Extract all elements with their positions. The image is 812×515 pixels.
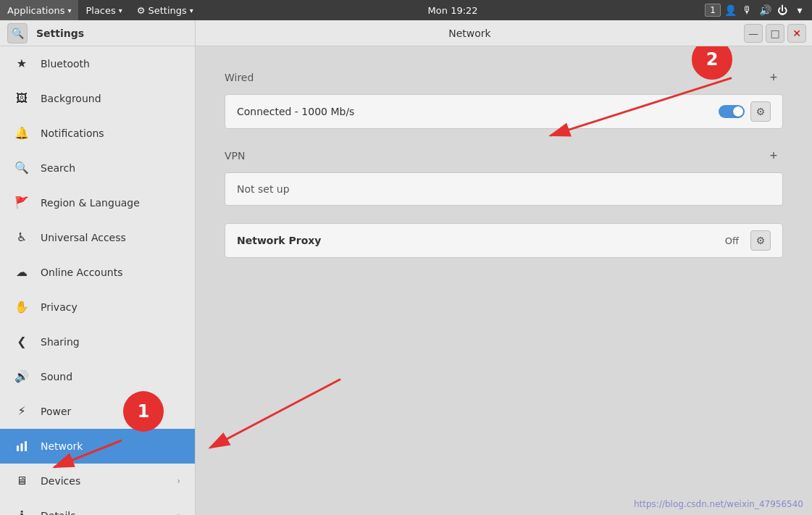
sidebar-item-search[interactable]: 🔍 Search	[0, 151, 195, 185]
workspace-badge[interactable]: 1	[705, 4, 721, 17]
sidebar-label-network: Network	[41, 440, 180, 452]
sidebar-label-background: Background	[41, 93, 180, 104]
vpn-add-button[interactable]: +	[764, 146, 783, 165]
wired-toggle-track[interactable]	[719, 105, 745, 118]
wired-card: Connected - 1000 Mb/s ⚙	[225, 94, 783, 129]
proxy-card: Network Proxy Off ⚙	[225, 223, 783, 258]
places-arrow: ▾	[119, 7, 122, 14]
svg-rect-2	[25, 441, 27, 451]
universal-access-icon: ♿	[14, 230, 29, 244]
settings-label: Settings	[148, 5, 186, 16]
search-nav-icon: 🔍	[14, 161, 29, 175]
flag-icon: 🚩	[14, 196, 29, 209]
vpn-status-card: Not set up	[225, 172, 783, 206]
window-controls: — □ ✕	[744, 24, 812, 43]
sidebar-label-universal-access: Universal Access	[41, 232, 180, 243]
settings-arrow: ▾	[190, 7, 193, 14]
sidebar-item-notifications[interactable]: 🔔 Notifications	[0, 116, 195, 151]
sidebar-item-universal-access[interactable]: ♿ Universal Access	[0, 220, 195, 255]
sidebar-item-devices[interactable]: 🖥 Devices ›	[0, 464, 195, 498]
bell-icon: 🔔	[14, 126, 29, 140]
sidebar-label-online-accounts: Online Accounts	[41, 267, 180, 278]
applications-arrow: ▾	[67, 7, 71, 14]
users-icon[interactable]: 👤	[722, 2, 738, 18]
wired-toggle[interactable]	[719, 105, 745, 118]
bluetooth-icon: ★	[14, 56, 29, 70]
dropdown-arrow-icon[interactable]: ▾	[792, 2, 808, 18]
sidebar-item-background[interactable]: 🖼 Background	[0, 81, 195, 116]
proxy-status-text: Off	[725, 235, 739, 246]
proxy-label: Network Proxy	[237, 235, 725, 246]
sidebar-item-details[interactable]: ℹ Details ›	[0, 498, 195, 515]
svg-rect-0	[17, 445, 19, 451]
settings-window: 🔍 Settings Network — □ ✕ ★ Bluetooth 🖼 B…	[0, 20, 812, 515]
proxy-settings-button[interactable]: ⚙	[750, 230, 771, 251]
vpn-title: VPN	[225, 150, 246, 162]
proxy-section: Network Proxy Off ⚙	[225, 223, 783, 258]
microphone-icon[interactable]: 🎙	[740, 2, 756, 18]
sidebar-label-bluetooth: Bluetooth	[41, 58, 180, 70]
watermark: https://blog.csdn.net/weixin_47956540	[634, 499, 803, 509]
sound-icon: 🔊	[14, 369, 29, 383]
vpn-not-set-up-text: Not set up	[237, 183, 290, 195]
sharing-icon: ❮	[14, 335, 29, 348]
sidebar-item-sharing[interactable]: ❮ Sharing	[0, 325, 195, 359]
applications-label: Applications	[7, 5, 64, 16]
sidebar-item-network[interactable]: Network	[0, 429, 195, 464]
sidebar-label-details: Details	[41, 510, 165, 516]
power-icon: ⚡	[14, 404, 29, 418]
minimize-button[interactable]: —	[744, 24, 763, 43]
wired-toggle-thumb	[733, 106, 743, 117]
sidebar-label-region: Region & Language	[41, 197, 180, 209]
settings-title: Settings	[36, 28, 84, 39]
svg-rect-1	[21, 443, 23, 451]
title-bar-search-area: 🔍 Settings	[0, 20, 196, 46]
applications-menu[interactable]: Applications ▾	[0, 0, 78, 20]
sidebar-item-sound[interactable]: 🔊 Sound	[0, 359, 195, 394]
wired-add-button[interactable]: +	[764, 68, 783, 87]
volume-icon[interactable]: 🔊	[757, 2, 773, 18]
search-button[interactable]: 🔍	[7, 23, 28, 43]
sidebar: ★ Bluetooth 🖼 Background 🔔 Notifications…	[0, 46, 196, 515]
sidebar-label-sound: Sound	[41, 371, 180, 382]
maximize-button[interactable]: □	[766, 24, 784, 43]
privacy-icon: ✋	[14, 300, 29, 314]
menu-bar: Applications ▾ Places ▾ ⚙ Settings ▾ Mon…	[0, 0, 812, 20]
clock-display: Mon 19:22	[428, 5, 478, 16]
svg-line-5	[210, 379, 340, 448]
sidebar-item-online-accounts[interactable]: ☁ Online Accounts	[0, 255, 195, 290]
sidebar-label-search: Search	[41, 162, 180, 174]
cloud-icon: ☁	[14, 265, 29, 279]
sidebar-label-sharing: Sharing	[41, 336, 180, 348]
devices-icon: 🖥	[14, 474, 29, 487]
wired-status-text: Connected - 1000 Mb/s	[237, 106, 719, 117]
main-content: ★ Bluetooth 🖼 Background 🔔 Notifications…	[0, 46, 812, 515]
details-arrow-icon: ›	[177, 511, 180, 516]
wired-settings-button[interactable]: ⚙	[750, 101, 771, 122]
sidebar-label-devices: Devices	[41, 475, 165, 487]
sidebar-label-privacy: Privacy	[41, 301, 180, 313]
sidebar-label-notifications: Notifications	[41, 127, 180, 139]
sidebar-item-bluetooth[interactable]: ★ Bluetooth	[0, 46, 195, 81]
network-icon	[14, 440, 29, 453]
devices-arrow-icon: ›	[177, 476, 180, 486]
annotation-1: 1	[123, 391, 164, 432]
panel-title: Network	[196, 28, 744, 39]
right-panel: Wired + Connected - 1000 Mb/s ⚙ VPN	[196, 46, 812, 515]
vpn-section: VPN + Not set up	[225, 146, 783, 206]
details-icon: ℹ	[14, 508, 29, 515]
sidebar-item-region[interactable]: 🚩 Region & Language	[0, 185, 195, 220]
close-button[interactable]: ✕	[787, 24, 806, 43]
places-label: Places	[85, 5, 115, 16]
title-bar: 🔍 Settings Network — □ ✕	[0, 20, 812, 46]
settings-menu[interactable]: ⚙ Settings ▾	[130, 0, 201, 20]
power-indicator-icon[interactable]: ⏻	[774, 2, 790, 18]
sidebar-item-privacy[interactable]: ✋ Privacy	[0, 290, 195, 325]
wired-title: Wired	[225, 72, 254, 83]
sidebar-item-power[interactable]: ⚡ Power	[0, 394, 195, 429]
vpn-section-header: VPN +	[225, 146, 783, 165]
wired-section: Wired + Connected - 1000 Mb/s ⚙	[225, 68, 783, 129]
places-menu[interactable]: Places ▾	[78, 0, 129, 20]
background-icon: 🖼	[14, 91, 29, 105]
settings-gear-icon: ⚙	[137, 5, 146, 16]
